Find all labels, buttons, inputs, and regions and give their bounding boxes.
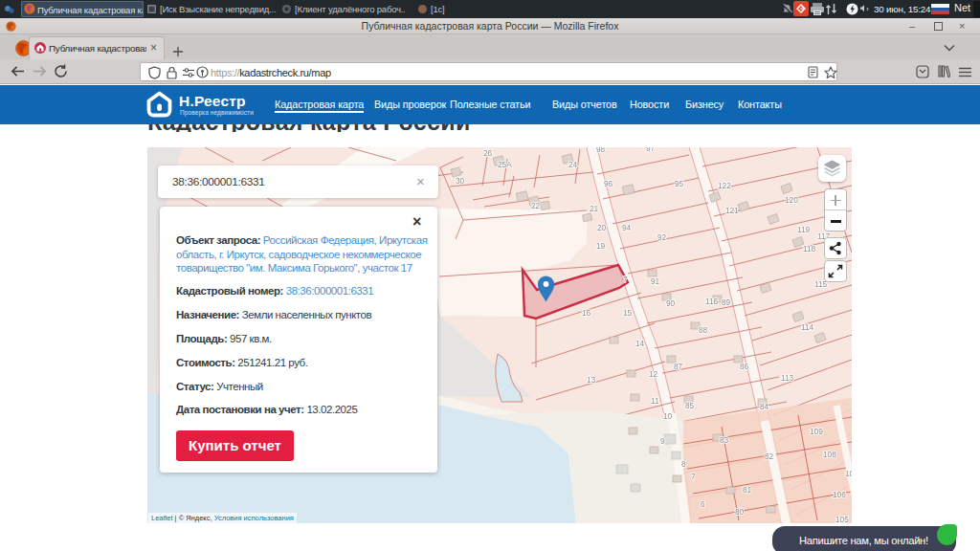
- svg-text:12: 12: [649, 369, 658, 379]
- svg-text:14: 14: [635, 339, 645, 348]
- svg-text:105: 105: [835, 515, 849, 523]
- svg-text:19: 19: [596, 241, 606, 251]
- svg-text:9: 9: [660, 436, 665, 446]
- svg-text:8: 8: [681, 459, 686, 469]
- svg-text:30: 30: [456, 176, 465, 186]
- svg-text:83: 83: [720, 435, 729, 445]
- svg-text:21: 21: [590, 204, 599, 213]
- svg-text:7: 7: [623, 275, 628, 284]
- svg-text:13: 13: [587, 375, 596, 385]
- svg-text:20: 20: [597, 223, 607, 232]
- svg-text:94: 94: [622, 223, 632, 232]
- svg-text:119: 119: [797, 225, 811, 234]
- svg-text:95: 95: [675, 179, 684, 188]
- svg-text:97: 97: [646, 147, 656, 153]
- svg-text:88: 88: [699, 325, 708, 335]
- svg-text:106: 106: [833, 490, 846, 499]
- svg-text:108: 108: [823, 450, 836, 459]
- svg-text:80: 80: [735, 507, 745, 517]
- svg-text:7: 7: [691, 472, 696, 481]
- svg-text:87: 87: [674, 362, 683, 371]
- svg-text:92: 92: [657, 232, 667, 242]
- svg-text:24: 24: [568, 160, 578, 169]
- svg-text:22: 22: [531, 201, 541, 210]
- svg-text:26: 26: [483, 148, 493, 158]
- svg-text:11: 11: [651, 396, 659, 406]
- svg-text:86: 86: [740, 362, 749, 371]
- svg-text:122: 122: [718, 181, 731, 190]
- svg-text:16: 16: [582, 308, 591, 318]
- svg-text:82: 82: [765, 452, 774, 461]
- svg-text:114: 114: [801, 322, 814, 332]
- svg-text:102: 102: [845, 469, 852, 478]
- svg-text:10: 10: [663, 411, 673, 421]
- svg-text:116: 116: [705, 297, 719, 306]
- svg-text:121: 121: [725, 206, 739, 215]
- svg-text:98: 98: [596, 147, 606, 154]
- svg-text:90: 90: [666, 298, 676, 308]
- svg-text:109: 109: [810, 427, 823, 436]
- svg-text:89: 89: [722, 298, 731, 307]
- svg-text:91: 91: [651, 276, 660, 286]
- svg-text:15: 15: [623, 308, 633, 318]
- svg-text:120: 120: [785, 195, 798, 205]
- svg-text:81: 81: [743, 485, 752, 495]
- svg-text:85: 85: [685, 401, 695, 410]
- svg-text:84: 84: [760, 402, 769, 411]
- svg-text:118: 118: [803, 244, 816, 253]
- svg-text:96: 96: [604, 179, 613, 188]
- svg-text:25А: 25А: [498, 160, 512, 169]
- svg-text:6: 6: [701, 499, 705, 509]
- svg-text:113: 113: [781, 373, 794, 383]
